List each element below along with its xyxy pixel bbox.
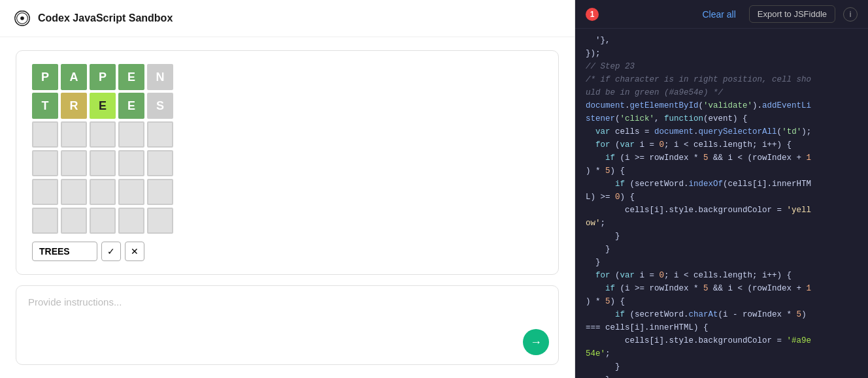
wordle-cell: s	[147, 93, 173, 119]
send-button[interactable]: →	[523, 329, 549, 355]
right-panel: 1 Clear all Export to JSFiddle i '}, });…	[575, 0, 868, 378]
code-line: var cells = document.querySelectorAll('t…	[586, 125, 858, 138]
code-line: }	[586, 230, 858, 243]
code-line: /* if character is in right position, ce…	[586, 73, 858, 86]
wordle-cell	[61, 150, 87, 176]
wordle-area: PAPEnTREEs ✓ ✕	[16, 50, 559, 275]
code-line: if (i >= rowIndex * 5 && i < (rowIndex +…	[586, 151, 858, 165]
send-icon: →	[530, 336, 542, 349]
wordle-cell: E	[118, 64, 144, 90]
code-toolbar: 1 Clear all Export to JSFiddle i	[575, 0, 868, 29]
wordle-cell: R	[61, 93, 87, 119]
wordle-grid: PAPEnTREEs	[32, 64, 542, 234]
openai-logo	[13, 9, 31, 27]
wordle-cell	[118, 150, 144, 176]
code-line: cells[i].style.backgroundColor = '#a9e	[586, 334, 858, 347]
wordle-cell	[147, 150, 173, 176]
instructions-placeholder: Provide instructions...	[28, 296, 122, 307]
code-line: 54e';	[586, 347, 858, 360]
code-line: }	[586, 373, 858, 378]
error-count: 1	[590, 10, 595, 19]
code-line: L) >= 0) {	[586, 191, 858, 204]
code-line: ow';	[586, 217, 858, 230]
wordle-cell	[32, 121, 58, 148]
svg-point-0	[20, 16, 24, 20]
code-line: ) * 5) {	[586, 165, 858, 178]
wordle-cell: n	[147, 64, 173, 90]
code-line: document.getElementById('validate').addE…	[586, 99, 858, 112]
wordle-cell	[147, 179, 173, 205]
wordle-cell	[118, 121, 144, 148]
code-line: // Step 23	[586, 60, 858, 73]
wordle-cell	[32, 179, 58, 205]
error-dot: 1	[586, 8, 599, 21]
word-input[interactable]	[32, 242, 97, 261]
clear-button[interactable]: ✕	[125, 242, 144, 261]
header: Codex JavaScript Sandbox	[0, 0, 575, 37]
code-line: if (secretWord.charAt(i - rowIndex * 5)	[586, 308, 858, 321]
wordle-cell	[61, 179, 87, 205]
wordle-cell: P	[32, 64, 58, 90]
wordle-cell: T	[32, 93, 58, 119]
code-line: ) * 5) {	[586, 295, 858, 308]
code-line: cells[i].style.backgroundColor = 'yell	[586, 204, 858, 217]
wordle-cell: A	[61, 64, 87, 90]
code-line: stener('click', function(event) {	[586, 112, 858, 125]
code-view[interactable]: '}, }); // Step 23 /* if character is in…	[575, 29, 868, 378]
input-row: ✓ ✕	[32, 242, 542, 261]
export-button[interactable]: Export to JSFiddle	[749, 5, 835, 23]
check-button[interactable]: ✓	[101, 242, 121, 261]
wordle-cell	[90, 121, 116, 148]
code-line: if (secretWord.indexOf(cells[i].innerHTM	[586, 178, 858, 191]
instructions-area[interactable]: Provide instructions... →	[16, 285, 559, 365]
info-button[interactable]: i	[843, 7, 858, 22]
code-line: }	[586, 360, 858, 373]
wordle-cell	[32, 150, 58, 176]
code-line: }	[586, 243, 858, 256]
wordle-cell: P	[90, 64, 116, 90]
code-line: });	[586, 47, 858, 60]
code-line: '},	[586, 34, 858, 47]
code-line: === cells[i].innerHTML) {	[586, 321, 858, 334]
page-title: Codex JavaScript Sandbox	[38, 12, 173, 24]
wordle-cell	[32, 208, 58, 234]
wordle-cell	[118, 208, 144, 234]
info-icon: i	[850, 10, 852, 19]
code-line: for (var i = 0; i < cells.length; i++) {	[586, 269, 858, 282]
left-panel: Codex JavaScript Sandbox PAPEnTREEs ✓ ✕ …	[0, 0, 575, 378]
error-badge: 1	[586, 8, 599, 21]
main-content: PAPEnTREEs ✓ ✕ Provide instructions... →	[0, 37, 575, 378]
wordle-cell	[61, 121, 87, 148]
wordle-cell: E	[118, 93, 144, 119]
wordle-cell	[90, 208, 116, 234]
wordle-cell	[147, 121, 173, 148]
wordle-cell: E	[90, 93, 116, 119]
wordle-cell	[61, 208, 87, 234]
code-line: }	[586, 256, 858, 269]
code-line: if (i >= rowIndex * 5 && i < (rowIndex +…	[586, 282, 858, 295]
code-line: uld be in green (#a9e54e) */	[586, 86, 858, 99]
wordle-cell	[147, 208, 173, 234]
wordle-cell	[90, 179, 116, 205]
clear-all-button[interactable]: Clear all	[697, 7, 741, 22]
code-line: for (var i = 0; i < cells.length; i++) {	[586, 138, 858, 151]
wordle-cell	[90, 150, 116, 176]
wordle-cell	[118, 179, 144, 205]
